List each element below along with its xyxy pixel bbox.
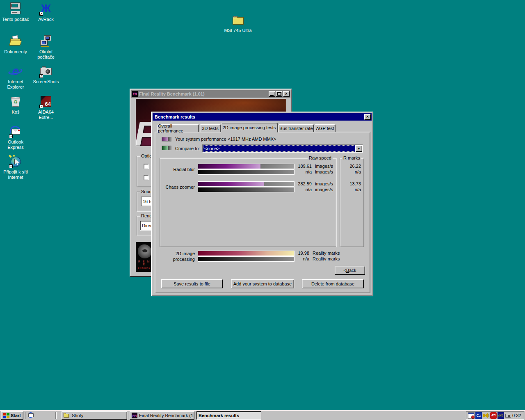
tray-clock[interactable]: 0:32 xyxy=(512,413,523,418)
desktop: { "desktop": { "background_color": "#008… xyxy=(0,0,525,420)
taskbar: Start e Shoty FR Final Reality Benchmark… xyxy=(0,410,525,420)
desktop-icon-my-computer[interactable]: Tento počítač xyxy=(0,2,31,22)
test-row-label: Chaos zoomer xyxy=(160,181,195,192)
taskbar-button-shoty[interactable]: Shoty xyxy=(62,411,127,420)
internet-explorer-icon: e xyxy=(9,65,22,78)
r-mark-value: 26.22 xyxy=(343,163,361,169)
dialog-titlebar[interactable]: Benchmark results × xyxy=(153,113,372,121)
folder-icon xyxy=(64,412,70,419)
network-computers-icon xyxy=(39,35,52,48)
r-mark-compare: n/a xyxy=(343,187,361,192)
option-checkbox-1[interactable] xyxy=(144,164,149,169)
benchmark-results-dialog: Benchmark results × Overall performance … xyxy=(151,112,373,296)
test-row-label: Radial blur xyxy=(160,164,195,175)
wireless-signal-icon[interactable]: ((•)) xyxy=(498,412,504,419)
result-unit: images/s xyxy=(315,181,333,187)
system-result-bar xyxy=(198,181,294,187)
minimize-button[interactable] xyxy=(269,91,275,97)
result-value: 282.59 xyxy=(292,181,312,187)
desktop-icon-screenshots[interactable]: ↗ ScreenShots xyxy=(31,65,61,84)
dialog-title: Benchmark results xyxy=(155,114,364,119)
desktop-icon-label: Tento počítač xyxy=(0,17,31,22)
desktop-icon-msi-745-ultra[interactable]: MSI 745 Ultra xyxy=(223,14,253,33)
result-unit: images/s xyxy=(315,169,333,175)
connect-internet-icon: ↗ xyxy=(9,155,22,168)
desktop-icon-aida64[interactable]: 64 ↗ AIDA64 Extre... xyxy=(31,95,61,120)
final-reality-app-icon: FR xyxy=(132,91,138,97)
volume-icon[interactable] xyxy=(483,412,489,419)
desktop-icon-connect-internet[interactable]: ↗ Připojit k síti Internet xyxy=(0,155,31,180)
desktop-icon-internet-explorer[interactable]: e Internet Explorer xyxy=(0,65,31,90)
taskbar-button-final-reality[interactable]: FR Final Reality Benchmark (1... xyxy=(130,411,194,420)
compare-combobox[interactable]: <none> ▼ xyxy=(202,144,363,153)
combobox-dropdown-arrow-icon[interactable]: ▼ xyxy=(356,145,362,152)
desktop-icon-avrack[interactable]: Ж↗ AvRack xyxy=(31,2,61,22)
ati-tray-icon[interactable]: ATi xyxy=(490,412,497,419)
taskbar-separator xyxy=(25,412,26,419)
avrack-icon: Ж↗ xyxy=(39,2,52,16)
scheduler-icon[interactable] xyxy=(468,412,475,419)
delete-from-database-button[interactable]: Delete from database xyxy=(302,279,364,288)
r-mark-value: 13.73 xyxy=(343,181,361,187)
taskbar-button-benchmark-results[interactable]: Benchmark results xyxy=(196,411,261,420)
outlook-express-icon: ↗ xyxy=(9,125,22,138)
final-reality-app-icon: FR xyxy=(132,413,137,418)
result-unit: images/s xyxy=(315,163,333,169)
dialog-close-button[interactable]: × xyxy=(364,114,371,120)
raw-speed-caption: Raw speed xyxy=(308,155,333,161)
my-computer-icon xyxy=(9,2,22,16)
desktop-icon-outlook-express[interactable]: ↗ Outlook Express xyxy=(0,125,31,150)
shortcut-arrow-icon: ↗ xyxy=(39,105,43,108)
r-mark-compare: n/a xyxy=(343,169,361,175)
summary-system-bar xyxy=(198,251,294,256)
summary-unit: Reality marks xyxy=(313,256,340,262)
tab-2d-image-processing-tests[interactable]: 2D image processing tests xyxy=(221,123,278,132)
shortcut-arrow-icon: ↗ xyxy=(39,12,43,16)
maximize-button[interactable] xyxy=(276,91,282,97)
compare-swatch xyxy=(162,146,171,150)
option-checkbox-2[interactable] xyxy=(144,175,149,180)
remedy-logo: R E M E ENTERTA xyxy=(136,242,153,272)
shortcut-arrow-icon: ↗ xyxy=(39,74,43,78)
summary-compare-value: n/a xyxy=(290,256,309,262)
system-result-bar xyxy=(198,164,294,169)
tab-bus-transfer-rate[interactable]: Bus transfer rate xyxy=(278,124,314,132)
r-marks-caption: R marks xyxy=(342,155,361,161)
recycle-bin-icon: ♻ xyxy=(9,95,22,108)
summary-value: 19.98 xyxy=(290,250,309,256)
tab-3d-tests[interactable]: 3D tests xyxy=(200,124,221,132)
desktop-icon-network-neighborhood[interactable]: Okolní počítače xyxy=(31,35,61,60)
aida64-icon: 64 ↗ xyxy=(39,95,52,108)
result-compare-value: n/a xyxy=(292,169,312,175)
summary-compare-bar xyxy=(198,256,294,262)
tab-agp-test[interactable]: AGP test xyxy=(315,124,336,132)
result-unit: images/s xyxy=(315,187,333,192)
compare-result-bar xyxy=(198,187,294,192)
shortcut-arrow-icon: ↗ xyxy=(9,135,13,138)
add-to-database-button[interactable]: Add your system to database xyxy=(231,279,294,288)
result-value: 189.61 xyxy=(292,163,312,169)
system-tray: Cz ATi ((•)) 0:32 xyxy=(466,411,524,420)
summary-unit: Reality marks xyxy=(313,250,340,256)
fr-window-title: Final Reality Benchmark (1.01) xyxy=(139,91,269,96)
desktop-icon-recycle-bin[interactable]: ♻ Koš xyxy=(0,95,31,115)
summary-label: 2D image processing xyxy=(160,251,195,262)
close-button[interactable]: × xyxy=(283,91,290,97)
save-results-button[interactable]: Save results to file xyxy=(161,279,223,288)
folder-icon xyxy=(231,14,244,27)
start-button[interactable]: Start xyxy=(1,411,23,420)
fr-window-titlebar[interactable]: FR Final Reality Benchmark (1.01) × xyxy=(131,90,290,98)
quicklaunch-internet-explorer-icon[interactable]: e xyxy=(37,418,43,420)
documents-folder-icon xyxy=(9,35,22,48)
back-button[interactable]: < Back xyxy=(335,266,365,275)
compare-label: Compare to: xyxy=(175,146,200,151)
result-compare-value: n/a xyxy=(292,187,312,192)
desktop-icon-documents[interactable]: Dokumenty xyxy=(0,35,31,55)
camera-tray-icon[interactable] xyxy=(505,412,511,419)
r-marks-groupbox: R marks 26.22 n/a 13.73 n/a xyxy=(340,158,364,247)
quicklaunch-outlook-express-icon[interactable] xyxy=(28,412,34,419)
compare-result-bar xyxy=(198,169,294,175)
keyboard-layout-indicator[interactable]: Cz xyxy=(475,412,482,419)
tab-overall-performance[interactable]: Overall performance xyxy=(158,124,199,132)
taskbar-separator xyxy=(55,412,57,419)
